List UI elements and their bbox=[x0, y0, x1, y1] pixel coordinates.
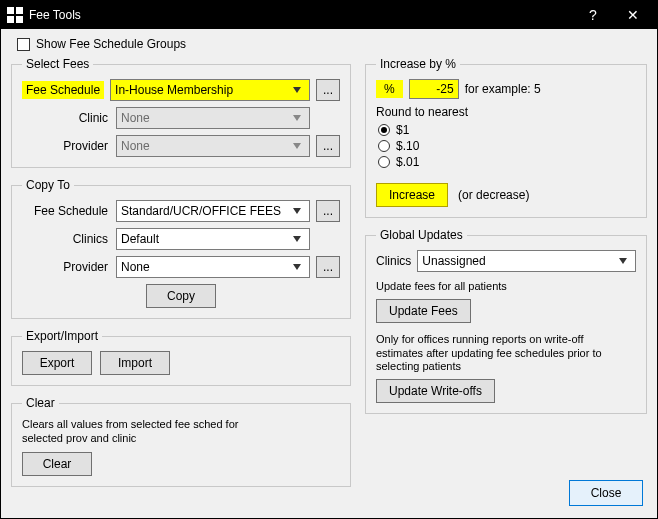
clinic-label: Clinic bbox=[22, 111, 110, 125]
round-radio-group: $1 $.10 $.01 bbox=[378, 123, 636, 169]
clear-group: Clear Clears all values from selected fe… bbox=[11, 396, 351, 487]
copy-provider-combo[interactable]: None bbox=[116, 256, 310, 278]
chevron-down-icon bbox=[289, 138, 305, 154]
show-groups-row: Show Fee Schedule Groups bbox=[17, 37, 647, 51]
round-01-radio[interactable]: $.01 bbox=[378, 155, 636, 169]
clear-desc: Clears all values from selected fee sche… bbox=[22, 418, 252, 446]
close-button[interactable]: Close bbox=[569, 480, 643, 506]
copy-clinics-value: Default bbox=[121, 232, 159, 246]
copy-fee-schedule-value: Standard/UCR/OFFICE FEES bbox=[121, 204, 281, 218]
copy-fee-schedule-picker-button[interactable]: ... bbox=[316, 200, 340, 222]
copy-provider-value: None bbox=[121, 260, 150, 274]
clear-button[interactable]: Clear bbox=[22, 452, 92, 476]
clear-legend: Clear bbox=[22, 396, 59, 410]
clinic-combo: None bbox=[116, 107, 310, 129]
close-row: Close bbox=[569, 480, 643, 506]
writeoff-note: Only for offices running reports on writ… bbox=[376, 333, 626, 374]
copy-to-legend: Copy To bbox=[22, 178, 74, 192]
copy-button[interactable]: Copy bbox=[146, 284, 216, 308]
chevron-down-icon bbox=[615, 253, 631, 269]
client-area: Show Fee Schedule Groups Select Fees Fee… bbox=[1, 29, 657, 518]
chevron-down-icon bbox=[289, 259, 305, 275]
update-fees-button[interactable]: Update Fees bbox=[376, 299, 471, 323]
chevron-down-icon bbox=[289, 203, 305, 219]
update-writeoffs-button[interactable]: Update Write-offs bbox=[376, 379, 495, 403]
import-button[interactable]: Import bbox=[100, 351, 170, 375]
round-legend: Round to nearest bbox=[376, 105, 636, 119]
round-1-radio[interactable]: $1 bbox=[378, 123, 636, 137]
pct-input[interactable]: -25 bbox=[409, 79, 459, 99]
update-fees-note: Update fees for all patients bbox=[376, 280, 636, 294]
radio-icon bbox=[378, 124, 390, 136]
show-groups-label: Show Fee Schedule Groups bbox=[36, 37, 186, 51]
global-clinics-value: Unassigned bbox=[422, 254, 485, 268]
export-button[interactable]: Export bbox=[22, 351, 92, 375]
increase-group: Increase by % % -25 for example: 5 Round… bbox=[365, 57, 647, 218]
chevron-down-icon bbox=[289, 231, 305, 247]
copy-clinics-combo[interactable]: Default bbox=[116, 228, 310, 250]
window-title: Fee Tools bbox=[29, 8, 573, 22]
fee-schedule-label: Fee Schedule bbox=[22, 81, 104, 99]
close-window-button[interactable]: ✕ bbox=[613, 1, 653, 29]
global-clinics-label: Clinics bbox=[376, 254, 411, 268]
provider-value: None bbox=[121, 139, 150, 153]
increase-legend: Increase by % bbox=[376, 57, 460, 71]
chevron-down-icon bbox=[289, 82, 305, 98]
provider-picker-button[interactable]: ... bbox=[316, 135, 340, 157]
round-10-radio[interactable]: $.10 bbox=[378, 139, 636, 153]
global-legend: Global Updates bbox=[376, 228, 467, 242]
pct-example: for example: 5 bbox=[465, 82, 541, 96]
select-fees-group: Select Fees Fee Schedule In-House Member… bbox=[11, 57, 351, 168]
app-icon bbox=[7, 7, 23, 23]
select-fees-legend: Select Fees bbox=[22, 57, 93, 71]
pct-symbol-label: % bbox=[376, 80, 403, 98]
or-decrease-label: (or decrease) bbox=[458, 188, 529, 202]
export-import-group: Export/Import Export Import bbox=[11, 329, 351, 386]
clinic-value: None bbox=[121, 111, 150, 125]
copy-provider-picker-button[interactable]: ... bbox=[316, 256, 340, 278]
copy-fee-schedule-combo[interactable]: Standard/UCR/OFFICE FEES bbox=[116, 200, 310, 222]
pct-value: -25 bbox=[436, 82, 453, 96]
export-import-legend: Export/Import bbox=[22, 329, 102, 343]
increase-button[interactable]: Increase bbox=[376, 183, 448, 207]
window: Fee Tools ? ✕ Show Fee Schedule Groups S… bbox=[0, 0, 658, 519]
show-groups-checkbox[interactable] bbox=[17, 38, 30, 51]
radio-icon bbox=[378, 140, 390, 152]
right-column: Increase by % % -25 for example: 5 Round… bbox=[365, 57, 647, 487]
provider-combo: None bbox=[116, 135, 310, 157]
chevron-down-icon bbox=[289, 110, 305, 126]
copy-to-group: Copy To Fee Schedule Standard/UCR/OFFICE… bbox=[11, 178, 351, 319]
provider-label: Provider bbox=[22, 139, 110, 153]
fee-schedule-combo[interactable]: In-House Membership bbox=[110, 79, 310, 101]
fee-schedule-picker-button[interactable]: ... bbox=[316, 79, 340, 101]
left-column: Select Fees Fee Schedule In-House Member… bbox=[11, 57, 351, 487]
titlebar: Fee Tools ? ✕ bbox=[1, 1, 657, 29]
help-button[interactable]: ? bbox=[573, 1, 613, 29]
global-clinics-combo[interactable]: Unassigned bbox=[417, 250, 636, 272]
radio-icon bbox=[378, 156, 390, 168]
copy-clinics-label: Clinics bbox=[22, 232, 110, 246]
global-updates-group: Global Updates Clinics Unassigned Update… bbox=[365, 228, 647, 414]
fee-schedule-value: In-House Membership bbox=[115, 83, 233, 97]
copy-provider-label: Provider bbox=[22, 260, 110, 274]
copy-fee-schedule-label: Fee Schedule bbox=[22, 204, 110, 218]
